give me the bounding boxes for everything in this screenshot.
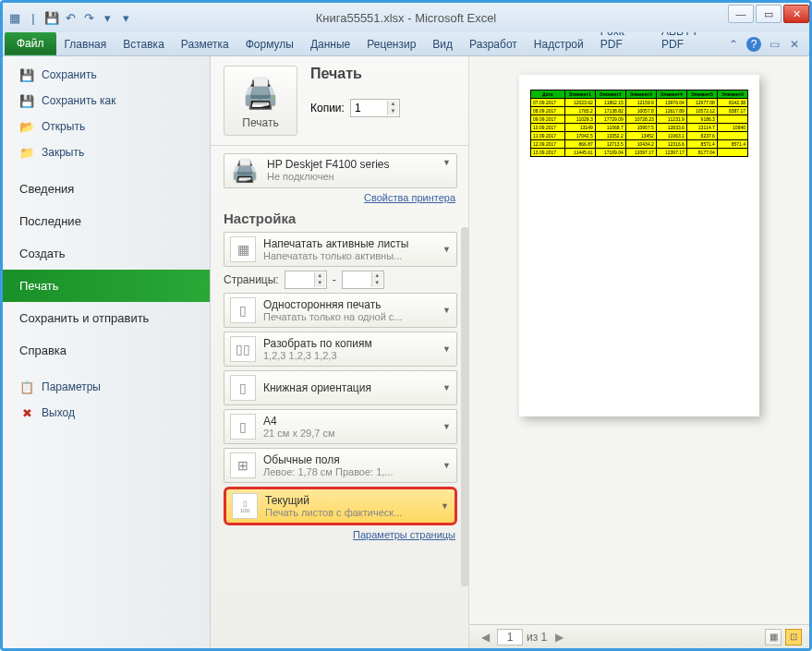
- settings-scrollbar[interactable]: [461, 227, 468, 626]
- page-of-label: из 1: [527, 631, 547, 644]
- title-bar: ▦ | 💾 ↶ ↷ ▾ ▾ Книга55551.xlsx - Microsof…: [3, 3, 809, 32]
- preview-footer: ◀ 1 из 1 ▶ ▦ ⊡: [469, 624, 809, 648]
- settings-title: Настройка: [224, 211, 457, 226]
- print-settings-panel: 🖨️ Печать Печать Копии: 1▲▼ 🖨️ HP Deskje…: [211, 56, 469, 648]
- margins-icon: ⊞: [230, 452, 256, 478]
- help-icon[interactable]: ?: [746, 37, 761, 52]
- undo-icon[interactable]: ↶: [62, 9, 79, 26]
- copies-label: Копии:: [310, 102, 345, 115]
- print-button[interactable]: 🖨️ Печать: [224, 66, 297, 136]
- backstage-nav: 💾Сохранить 💾Сохранить как 📂Открыть 📁Закр…: [3, 56, 211, 648]
- printer-status: Не подключен: [267, 171, 435, 182]
- qat-separator: |: [25, 9, 42, 26]
- window-close-icon[interactable]: ✕: [787, 37, 802, 52]
- nav-label: Параметры: [42, 380, 101, 393]
- nav-label: Выход: [42, 406, 75, 419]
- tab-formulas[interactable]: Формулы: [237, 33, 302, 55]
- tab-home[interactable]: Главная: [56, 33, 115, 55]
- show-margins-icon[interactable]: ⊡: [785, 629, 802, 645]
- next-page-button[interactable]: ▶: [551, 629, 567, 645]
- tab-data[interactable]: Данные: [302, 33, 358, 55]
- nav-label: Справка: [19, 344, 67, 357]
- nav-open[interactable]: 📂Открыть: [3, 114, 210, 139]
- redo-icon[interactable]: ↷: [80, 9, 97, 26]
- save-icon[interactable]: 💾: [43, 9, 60, 26]
- page-setup-link[interactable]: Параметры страницы: [224, 529, 455, 540]
- scale-icon: ▯100: [232, 493, 258, 519]
- nav-close[interactable]: 📁Закрыть: [3, 139, 210, 165]
- page-to-input[interactable]: ▲▼: [342, 271, 384, 289]
- nav-print[interactable]: Печать: [3, 270, 210, 302]
- nav-label: Сохранить и отправить: [19, 311, 149, 325]
- print-preview: ДатаЭлемент1Элемент2Элемент3Элемент4Элем…: [469, 56, 809, 648]
- setting-orientation[interactable]: ▯ Книжная ориентация ▼: [224, 370, 457, 405]
- tab-review[interactable]: Рецензир: [358, 33, 424, 55]
- setting-scaling[interactable]: ▯100 ТекущийПечать листов с фактическ...…: [224, 487, 457, 525]
- prev-page-button[interactable]: ◀: [477, 629, 493, 645]
- print-button-label: Печать: [242, 116, 278, 129]
- nav-label: Сохранить: [42, 68, 97, 81]
- nav-save[interactable]: 💾Сохранить: [3, 62, 210, 88]
- tab-addins[interactable]: Надстрой: [526, 33, 592, 55]
- nav-recent[interactable]: Последние: [3, 205, 210, 237]
- maximize-button[interactable]: ▭: [756, 5, 782, 23]
- tab-file[interactable]: Файл: [5, 31, 56, 55]
- chevron-down-icon: ▼: [442, 158, 451, 167]
- chevron-up-icon[interactable]: ▲: [387, 101, 398, 108]
- nav-info[interactable]: Сведения: [3, 173, 210, 205]
- close-button[interactable]: ✕: [783, 5, 809, 23]
- nav-label: Печать: [19, 279, 59, 293]
- page-from-input[interactable]: ▲▼: [285, 271, 327, 289]
- minimize-ribbon-icon[interactable]: ⌃: [726, 37, 741, 52]
- chevron-down-icon[interactable]: ▼: [387, 108, 398, 115]
- setting-sides[interactable]: ▯ Односторонняя печатьПечатать только на…: [224, 293, 457, 328]
- paper-icon: ▯: [230, 414, 256, 440]
- window-title: Книга55551.xlsx - Microsoft Excel: [316, 11, 497, 25]
- chevron-down-icon: ▼: [442, 422, 451, 431]
- nav-label: Открыть: [42, 120, 85, 133]
- zoom-to-page-icon[interactable]: ▦: [765, 629, 782, 645]
- current-page-input[interactable]: 1: [497, 629, 523, 645]
- window-controls: — ▭ ✕: [728, 5, 809, 23]
- nav-label: Сохранить как: [42, 94, 115, 107]
- setting-collate[interactable]: ▯▯ Разобрать по копиям1,2,3 1,2,3 1,2,3 …: [224, 332, 457, 367]
- setting-paper-size[interactable]: ▯ A421 см x 29,7 см ▼: [224, 409, 457, 444]
- copies-input[interactable]: 1▲▼: [350, 99, 400, 117]
- nav-help[interactable]: Справка: [3, 334, 210, 367]
- page-icon: ▯: [230, 297, 256, 323]
- printer-selector[interactable]: 🖨️ HP Deskjet F4100 series Не подключен …: [224, 153, 457, 188]
- printer-properties-link[interactable]: Свойства принтера: [224, 192, 455, 203]
- nav-exit[interactable]: ✖Выход: [3, 400, 210, 426]
- setting-print-what[interactable]: ▦ Напечатать активные листыНапечатать то…: [224, 232, 457, 267]
- sheets-icon: ▦: [230, 236, 256, 262]
- chevron-down-icon: ▼: [442, 383, 451, 392]
- minimize-button[interactable]: —: [728, 5, 754, 23]
- qat-more-icon[interactable]: ▾: [99, 9, 115, 26]
- nav-new[interactable]: Создать: [3, 237, 210, 270]
- chevron-down-icon: ▼: [441, 501, 449, 511]
- tab-insert[interactable]: Вставка: [115, 33, 173, 55]
- nav-options[interactable]: 📋Параметры: [3, 374, 210, 400]
- printer-icon: 🖨️: [230, 158, 260, 184]
- chevron-down-icon: ▼: [442, 461, 451, 470]
- preview-area: ДатаЭлемент1Элемент2Элемент3Элемент4Элем…: [469, 56, 809, 624]
- setting-margins[interactable]: ⊞ Обычные поляЛевое: 1,78 см Правое: 1,.…: [224, 448, 457, 483]
- printer-name: HP Deskjet F4100 series: [267, 158, 435, 171]
- print-title: Печать: [310, 66, 400, 82]
- portrait-icon: ▯: [230, 375, 256, 401]
- nav-save-send[interactable]: Сохранить и отправить: [3, 302, 210, 334]
- tab-developer[interactable]: Разработ: [461, 33, 526, 55]
- pages-label: Страницы:: [224, 273, 279, 286]
- nav-label: Закрыть: [42, 146, 84, 159]
- nav-label: Последние: [19, 214, 81, 228]
- window-restore-icon[interactable]: ▭: [767, 37, 782, 52]
- tab-view[interactable]: Вид: [424, 33, 461, 55]
- qat-dropdown-icon[interactable]: ▾: [117, 9, 134, 26]
- nav-save-as[interactable]: 💾Сохранить как: [3, 88, 210, 114]
- chevron-down-icon: ▼: [442, 306, 451, 315]
- collate-icon: ▯▯: [230, 336, 256, 362]
- tab-layout[interactable]: Разметка: [173, 33, 237, 55]
- save-icon: 💾: [19, 67, 34, 82]
- quick-access-toolbar: ▦ | 💾 ↶ ↷ ▾ ▾: [3, 9, 138, 26]
- chevron-down-icon: ▼: [442, 344, 451, 354]
